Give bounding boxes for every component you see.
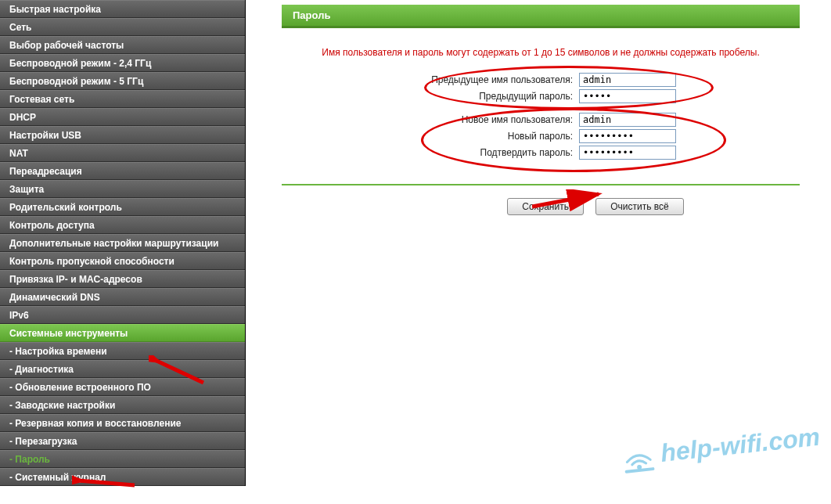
watermark-text: help-wifi.com (659, 422, 821, 467)
nav-bandwidth[interactable]: Контроль пропускной способности (0, 252, 245, 270)
new-pass-label: Новый пароль: (282, 131, 579, 142)
nav-dhcp[interactable]: DHCP (0, 108, 245, 126)
nav-ddns[interactable]: Динамический DNS (0, 288, 245, 306)
new-pass-input[interactable] (579, 129, 676, 143)
page-title: Пароль (282, 5, 800, 28)
nav-password[interactable]: - Пароль (0, 450, 245, 468)
nav-wireless-5[interactable]: Беспроводной режим - 5 ГГц (0, 72, 245, 90)
password-form: Предыдущее имя пользователя: Предыдущий … (282, 66, 800, 173)
nav-ip-mac[interactable]: Привязка IP- и MAC-адресов (0, 270, 245, 288)
nav-network[interactable]: Сеть (0, 18, 245, 36)
watermark: help-wifi.com (618, 419, 822, 476)
nav-system-tools[interactable]: Системные инструменты (0, 324, 245, 342)
divider (282, 184, 800, 185)
button-row: Сохранить Очистить всё (282, 198, 800, 215)
new-user-input[interactable] (579, 113, 676, 127)
confirm-pass-label: Подтвердить пароль: (282, 147, 579, 158)
notice-text: Имя пользователя и пароль могут содержат… (282, 47, 800, 58)
prev-pass-label: Предыдущий пароль: (282, 91, 579, 102)
nav-quick-setup[interactable]: Быстрая настройка (0, 0, 245, 18)
nav-band-select[interactable]: Выбор рабочей частоты (0, 36, 245, 54)
nav-nat[interactable]: NAT (0, 144, 245, 162)
clear-button[interactable]: Очистить всё (595, 198, 683, 215)
prev-user-input[interactable] (579, 73, 676, 87)
nav-security[interactable]: Защита (0, 180, 245, 198)
nav-time-settings[interactable]: - Настройка времени (0, 342, 245, 360)
nav-firmware[interactable]: - Обновление встроенного ПО (0, 378, 245, 396)
save-button[interactable]: Сохранить (507, 198, 584, 215)
nav-usb[interactable]: Настройки USB (0, 126, 245, 144)
sidebar: Быстрая настройка Сеть Выбор рабочей час… (0, 0, 246, 486)
prev-pass-input[interactable] (579, 89, 676, 103)
nav-wireless-24[interactable]: Беспроводной режим - 2,4 ГГц (0, 54, 245, 72)
nav-access-control[interactable]: Контроль доступа (0, 216, 245, 234)
confirm-pass-input[interactable] (579, 146, 676, 160)
content-area: Пароль Имя пользователя и пароль могут с… (282, 0, 831, 215)
nav-factory-defaults[interactable]: - Заводские настройки (0, 396, 245, 414)
nav-routing[interactable]: Дополнительные настройки маршрутизации (0, 234, 245, 252)
nav-ipv6[interactable]: IPv6 (0, 306, 245, 324)
nav-guest[interactable]: Гостевая сеть (0, 90, 245, 108)
nav-forwarding[interactable]: Переадресация (0, 162, 245, 180)
nav-parental[interactable]: Родительский контроль (0, 198, 245, 216)
prev-user-label: Предыдущее имя пользователя: (282, 74, 579, 85)
nav-diagnostics[interactable]: - Диагностика (0, 360, 245, 378)
new-user-label: Новое имя пользователя: (282, 114, 579, 125)
nav-syslog[interactable]: - Системный журнал (0, 468, 245, 486)
nav-backup[interactable]: - Резервная копия и восстановление (0, 414, 245, 432)
nav-reboot[interactable]: - Перезагрузка (0, 432, 245, 450)
